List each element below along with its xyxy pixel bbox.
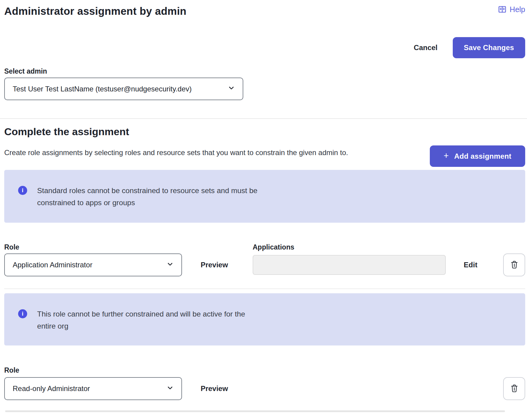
delete-assignment-button-2[interactable] — [503, 377, 525, 400]
info-banner-standard-roles: i Standard roles cannot be constrained t… — [4, 170, 525, 223]
select-admin-value: Test User Test LastName (testuser@nudges… — [13, 85, 192, 93]
info-banner-line-1: This role cannot be further constrained … — [37, 308, 245, 320]
top-bar: Administrator assignment by admin Help — [4, 0, 525, 18]
section-divider — [0, 118, 527, 119]
preview-link-1[interactable]: Preview — [201, 261, 228, 269]
applications-label: Applications — [253, 243, 446, 251]
trash-icon — [510, 260, 519, 270]
assignment-section-title: Complete the assignment — [4, 125, 525, 138]
info-icon: i — [18, 186, 27, 195]
trash-icon — [510, 383, 519, 394]
row-divider — [4, 288, 525, 289]
cancel-button[interactable]: Cancel — [414, 43, 438, 52]
chevron-down-icon — [166, 384, 174, 394]
info-icon: i — [18, 309, 27, 318]
page-title: Administrator assignment by admin — [4, 4, 187, 18]
select-admin-dropdown[interactable]: Test User Test LastName (testuser@nudges… — [4, 78, 243, 100]
assignment-row-2-labels: Role — [4, 365, 525, 374]
role-dropdown-1[interactable]: Application Administrator — [4, 253, 182, 276]
role-label: Role — [4, 243, 182, 251]
help-label: Help — [510, 5, 525, 14]
role-dropdown-1-value: Application Administrator — [13, 261, 92, 269]
assignment-description: Create role assignments by selecting rol… — [4, 145, 418, 157]
role-dropdown-2-value: Read-only Administrator — [13, 384, 90, 393]
preview-link-2[interactable]: Preview — [201, 384, 228, 393]
info-banner-line-1: Standard roles cannot be constrained to … — [37, 185, 257, 197]
add-assignment-button[interactable]: + Add assignment — [430, 145, 525, 167]
chevron-down-icon — [166, 260, 174, 270]
info-banner-line-2: constrained to apps or groups — [37, 197, 257, 209]
role-label: Role — [4, 366, 182, 374]
delete-assignment-button-1[interactable] — [503, 253, 525, 276]
role-dropdown-2[interactable]: Read-only Administrator — [4, 377, 182, 400]
help-link[interactable]: Help — [498, 5, 525, 14]
info-banner-text: This role cannot be further constrained … — [37, 308, 245, 345]
open-book-icon — [498, 5, 507, 14]
form-actions: Cancel Save Changes — [4, 37, 525, 58]
admin-assignment-page: Administrator assignment by admin Help C… — [0, 0, 527, 412]
plus-icon: + — [444, 151, 449, 160]
assignment-description-row: Create role assignments by selecting rol… — [4, 145, 525, 167]
chevron-down-icon — [227, 84, 235, 94]
select-admin-label: Select admin — [4, 67, 525, 76]
assignment-row-1-labels: Role Applications — [4, 242, 525, 251]
info-banner-line-2: entire org — [37, 320, 245, 332]
info-banner-text: Standard roles cannot be constrained to … — [37, 185, 257, 223]
save-changes-button[interactable]: Save Changes — [453, 37, 525, 58]
assignment-row-2: Read-only Administrator Preview — [4, 377, 525, 400]
assignment-row-1: Application Administrator Preview Edit — [4, 253, 525, 276]
bottom-divider — [5, 410, 505, 412]
info-banner-role-constraint: i This role cannot be further constraine… — [4, 293, 525, 345]
edit-applications-link[interactable]: Edit — [464, 261, 477, 269]
applications-input — [253, 255, 446, 275]
add-assignment-label: Add assignment — [454, 152, 512, 161]
